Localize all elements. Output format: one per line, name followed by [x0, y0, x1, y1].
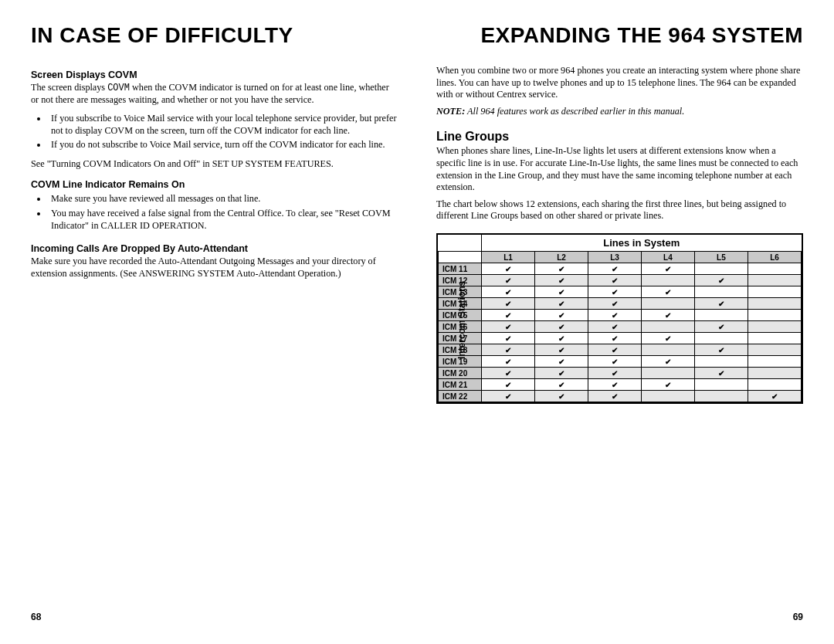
section-line-groups: Line Groups: [436, 130, 803, 144]
table-cell: ✔: [588, 321, 641, 333]
check-icon: ✔: [612, 323, 618, 331]
check-icon: ✔: [558, 358, 564, 366]
code-covm: COVM: [107, 83, 130, 93]
table-cell: ✔: [694, 321, 748, 333]
table-cell: ✔: [694, 368, 748, 379]
table-cell: [694, 286, 748, 298]
table-cell: [641, 368, 694, 379]
table-cell: ✔: [694, 344, 748, 356]
check-icon: ✔: [505, 346, 511, 354]
check-icon: ✔: [558, 346, 564, 354]
left-page-title: IN CASE OF DIFFICULTY: [31, 23, 398, 48]
table-cell: ✔: [588, 368, 641, 379]
bullet-list: Make sure you have reviewed all messages…: [48, 193, 398, 234]
row-header: ICM 11: [439, 263, 482, 275]
check-icon: ✔: [612, 334, 618, 343]
check-icon: ✔: [612, 300, 618, 308]
check-icon: ✔: [558, 300, 564, 308]
check-icon: ✔: [612, 276, 618, 285]
line-groups-table: Intercom Stations Lines in SystemL1L2L3L…: [436, 233, 803, 404]
check-icon: ✔: [718, 300, 724, 308]
col-header: L3: [588, 252, 641, 263]
table-cell: [641, 391, 694, 402]
check-icon: ✔: [612, 288, 618, 297]
para: The chart below shows 12 extensions, eac…: [436, 198, 803, 222]
table-cell: [641, 275, 694, 286]
table-cell: ✔: [588, 391, 641, 402]
check-icon: ✔: [612, 358, 618, 366]
bullet-list: If you subscribe to Voice Mail service w…: [48, 113, 398, 154]
table-cell: ✔: [482, 333, 535, 344]
col-header: L2: [534, 252, 588, 263]
table-cell: ✔: [482, 310, 535, 321]
table-cell: ✔: [534, 298, 588, 310]
check-icon: ✔: [505, 392, 511, 401]
table-cell: ✔: [641, 263, 694, 275]
table-cell: [748, 356, 801, 368]
check-icon: ✔: [665, 358, 671, 366]
table-cell: [641, 344, 694, 356]
check-icon: ✔: [665, 288, 671, 297]
check-icon: ✔: [665, 265, 671, 273]
table-cell: ✔: [534, 263, 588, 275]
table-cell: ✔: [588, 379, 641, 391]
table-cell: [748, 275, 801, 286]
table-cell: [748, 263, 801, 275]
bullet: If you subscribe to Voice Mail service w…: [48, 113, 398, 137]
check-icon: ✔: [558, 392, 564, 401]
table-cell: [641, 298, 694, 310]
table-cell: ✔: [588, 263, 641, 275]
bullet: You may have received a false signal fro…: [48, 208, 398, 232]
table-cell: ✔: [748, 391, 801, 402]
table-cell: ✔: [641, 310, 694, 321]
table-title: Lines in System: [482, 235, 802, 252]
table-cell: ✔: [641, 333, 694, 344]
subhead-screen-covm: Screen Displays COVM: [31, 69, 398, 80]
note: NOTE: All 964 features work as described…: [436, 106, 803, 118]
check-icon: ✔: [612, 346, 618, 354]
table-cell: ✔: [482, 344, 535, 356]
table-cell: ✔: [534, 344, 588, 356]
check-icon: ✔: [665, 311, 671, 320]
page-number-left: 68: [31, 612, 41, 622]
row-header: ICM 20: [439, 368, 482, 379]
table-cell: ✔: [482, 275, 535, 286]
lines-table: Lines in SystemL1L2L3L4L5L6ICM 11✔✔✔✔ICM…: [438, 235, 802, 402]
bullet: If you do not subscribe to Voice Mail se…: [48, 139, 398, 151]
table-cell: ✔: [534, 368, 588, 379]
table-cell: [748, 379, 801, 391]
table-cell: ✔: [694, 275, 748, 286]
table-cell: [748, 344, 801, 356]
check-icon: ✔: [612, 265, 618, 273]
check-icon: ✔: [771, 392, 778, 401]
para: See "Turning COVM Indicators On and Off"…: [31, 158, 398, 171]
table-cell: [694, 263, 748, 275]
left-page: IN CASE OF DIFFICULTY Screen Displays CO…: [31, 23, 398, 613]
check-icon: ✔: [612, 311, 618, 320]
table-cell: ✔: [588, 298, 641, 310]
check-icon: ✔: [558, 381, 564, 389]
table-cell: [694, 333, 748, 344]
table-cell: [748, 321, 801, 333]
table-cell: ✔: [588, 275, 641, 286]
check-icon: ✔: [505, 288, 511, 297]
check-icon: ✔: [505, 265, 511, 273]
table-cell: [748, 298, 801, 310]
check-icon: ✔: [505, 323, 511, 331]
check-icon: ✔: [612, 369, 618, 378]
check-icon: ✔: [558, 323, 564, 331]
table-cell: ✔: [534, 321, 588, 333]
check-icon: ✔: [558, 265, 564, 273]
table-cell: [748, 310, 801, 321]
check-icon: ✔: [505, 311, 511, 320]
para: Make sure you have recorded the Auto-Att…: [31, 256, 398, 280]
table-cell: ✔: [588, 310, 641, 321]
table-cell: [694, 310, 748, 321]
check-icon: ✔: [718, 323, 724, 331]
table-cell: ✔: [588, 344, 641, 356]
table-cell: ✔: [534, 356, 588, 368]
col-header: L1: [482, 252, 535, 263]
table-cell: ✔: [482, 356, 535, 368]
right-page: EXPANDING THE 964 SYSTEM When you combin…: [436, 23, 803, 613]
row-header: ICM 22: [439, 391, 482, 402]
